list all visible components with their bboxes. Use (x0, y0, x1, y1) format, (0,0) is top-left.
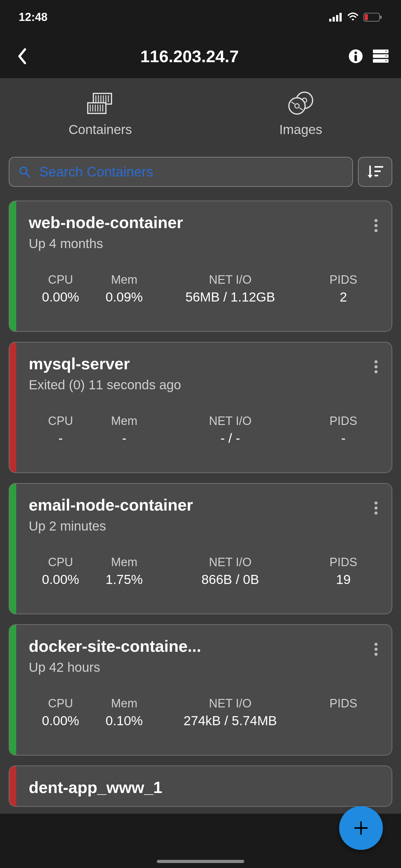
more-button[interactable] (370, 496, 382, 521)
svg-point-13 (386, 51, 387, 52)
stat-mem: Mem 1.75% (93, 556, 156, 587)
stat-netio: NET I/O - / - (156, 414, 304, 446)
status-strip-running (9, 201, 16, 331)
info-button[interactable] (348, 49, 364, 64)
stat-label: Mem (111, 414, 137, 428)
server-list-icon (373, 49, 389, 64)
stats-row: CPU 0.00% Mem 0.09% NET I/O 56MB / 1.12G… (29, 273, 382, 305)
stat-value: - / - (221, 431, 240, 446)
container-list: web-node-container Up 4 months CPU 0.00% (0, 194, 401, 814)
stat-value: 1.75% (106, 572, 143, 587)
svg-rect-1 (333, 17, 335, 22)
svg-rect-5 (380, 16, 381, 19)
container-card[interactable]: mysql-server Exited (0) 11 seconds ago C… (9, 342, 392, 473)
svg-point-8 (355, 52, 357, 54)
home-indicator[interactable] (157, 860, 244, 863)
stat-value: 274kB / 5.74MB (183, 713, 277, 728)
container-status: Up 2 minutes (29, 519, 367, 534)
add-button[interactable] (339, 806, 383, 850)
stat-value: - (341, 431, 345, 446)
stat-value: 0.00% (42, 572, 79, 587)
more-vertical-icon (374, 501, 378, 516)
svg-line-37 (26, 174, 29, 177)
status-bar: 12:48 (0, 0, 401, 34)
stat-cpu: CPU 0.00% (29, 273, 93, 305)
search-box[interactable] (9, 157, 353, 187)
container-card[interactable]: docker-site-containe... Up 42 hours CPU … (9, 624, 392, 755)
server-list-button[interactable] (373, 49, 389, 64)
status-strip-exited (9, 766, 16, 806)
chevron-left-icon (17, 48, 27, 64)
status-strip-running (9, 625, 16, 755)
sort-icon (366, 164, 385, 180)
svg-rect-9 (355, 55, 357, 61)
stat-value: 56MB / 1.12GB (186, 290, 275, 305)
status-time: 12:48 (19, 11, 47, 24)
container-status: Up 4 months (29, 236, 367, 251)
svg-point-51 (374, 643, 377, 646)
more-button[interactable] (370, 354, 382, 379)
stat-label: Mem (111, 273, 137, 286)
stat-mem: Mem - (93, 414, 156, 446)
tab-images-label: Images (279, 122, 322, 137)
back-button[interactable] (12, 47, 31, 66)
search-input[interactable] (39, 164, 343, 180)
stat-pids: PIDS 19 (304, 556, 382, 587)
wifi-icon (347, 12, 359, 22)
battery-icon (364, 13, 382, 22)
svg-point-44 (374, 229, 377, 232)
page-title: 116.203.24.7 (31, 46, 348, 66)
container-card[interactable]: dent-app_www_1 (9, 766, 392, 807)
svg-rect-3 (339, 13, 342, 22)
svg-rect-2 (336, 15, 338, 22)
stat-value: - (58, 431, 63, 446)
svg-point-48 (374, 501, 377, 505)
stat-label: PIDS (330, 556, 357, 569)
container-card[interactable]: email-node-container Up 2 minutes CPU 0.… (9, 483, 392, 614)
stat-label: NET I/O (209, 556, 252, 569)
stats-row: CPU 0.00% Mem 0.10% NET I/O 274kB / 5.74… (29, 697, 382, 728)
svg-point-53 (374, 653, 377, 656)
sort-button[interactable] (358, 157, 392, 187)
svg-point-32 (289, 98, 305, 114)
container-name: mysql-server (29, 354, 367, 373)
svg-point-49 (374, 506, 377, 509)
container-name: web-node-container (29, 213, 367, 232)
stat-pids: PIDS - (304, 414, 382, 446)
stat-value: 19 (336, 572, 351, 587)
stat-netio: NET I/O 56MB / 1.12GB (156, 273, 304, 305)
search-icon (19, 166, 31, 178)
svg-point-47 (374, 370, 377, 373)
stat-cpu: CPU 0.00% (29, 556, 93, 587)
more-button[interactable] (370, 213, 382, 238)
more-button[interactable] (370, 637, 382, 662)
disc-icon (285, 91, 316, 116)
tabs: Containers Images (0, 78, 401, 150)
stat-label: CPU (48, 556, 73, 569)
stat-mem: Mem 0.09% (93, 273, 156, 305)
stat-label: CPU (48, 414, 73, 428)
tab-containers[interactable]: Containers (0, 78, 201, 150)
status-icons (329, 12, 382, 22)
more-vertical-icon (374, 359, 378, 374)
stats-row: CPU - Mem - NET I/O - / - PIDS - (29, 414, 382, 446)
status-strip-running (9, 484, 16, 614)
svg-point-45 (374, 360, 377, 363)
stat-netio: NET I/O 274kB / 5.74MB (156, 697, 304, 728)
container-name: email-node-container (29, 496, 367, 514)
svg-point-50 (374, 512, 377, 515)
stat-netio: NET I/O 866B / 0B (156, 556, 304, 587)
stat-label: CPU (48, 697, 73, 710)
svg-point-14 (386, 55, 387, 57)
status-strip-exited (9, 342, 16, 472)
stat-value: 0.00% (42, 713, 79, 728)
tab-images[interactable]: Images (201, 78, 401, 150)
container-name: dent-app_www_1 (29, 778, 382, 797)
stat-label: PIDS (330, 697, 357, 710)
stat-value: 0.10% (106, 713, 143, 728)
container-icon (85, 91, 116, 116)
stat-value: 0.00% (42, 290, 79, 305)
stat-label: NET I/O (209, 273, 252, 286)
container-status: Exited (0) 11 seconds ago (29, 377, 367, 393)
container-card[interactable]: web-node-container Up 4 months CPU 0.00% (9, 200, 392, 332)
